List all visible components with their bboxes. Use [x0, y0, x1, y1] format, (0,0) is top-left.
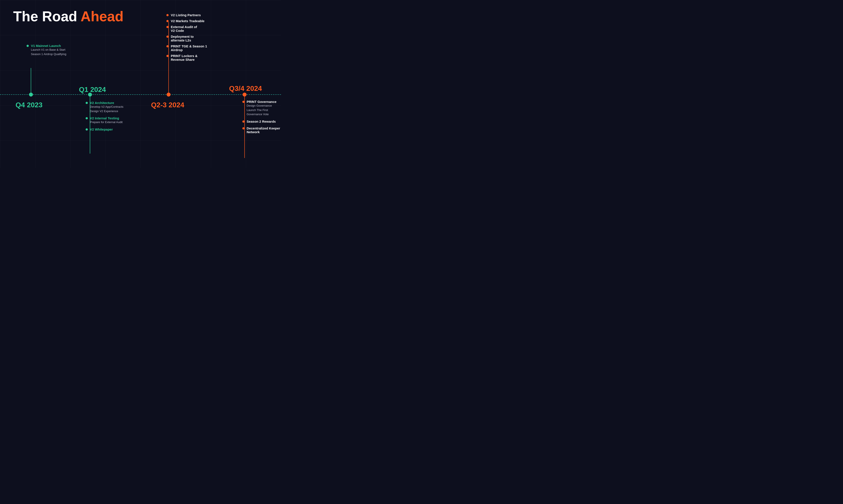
- item-title: V2 Markets Tradeable: [171, 19, 205, 23]
- period-label-q3-4-2024: Q3/4 2024: [229, 85, 262, 93]
- content-q4-2023-above: V1 Mainnet Launch Launch V1 on Base & St…: [27, 44, 75, 56]
- item-title: V2 Internal Testing: [90, 116, 123, 120]
- bullet-icon: [166, 36, 169, 38]
- bullet-icon: [166, 14, 169, 16]
- node-q1-2024: [88, 93, 92, 96]
- bullet-icon: [242, 121, 245, 123]
- list-item: Season 2 Rewards: [242, 120, 281, 123]
- item-title: V2 Whitepaper: [90, 127, 113, 131]
- bullet-icon: [166, 55, 169, 57]
- page-title: The Road Ahead: [13, 9, 124, 24]
- title-part2: Ahead: [81, 8, 124, 24]
- item-text: V2 Whitepaper: [90, 127, 113, 131]
- list-item: V2 Architecture Develop V2 App/Contracts…: [86, 101, 138, 113]
- item-title: External Audit ofV2 Code: [171, 25, 197, 33]
- list-item: V2 Markets Tradeable: [166, 19, 228, 23]
- list-item: Deployment toalternate L2s: [166, 35, 228, 42]
- item-text: V2 Listing Partners: [171, 13, 201, 17]
- bullet-icon: [86, 117, 88, 119]
- list-item: V2 Listing Partners: [166, 13, 228, 17]
- item-text: V2 Architecture Develop V2 App/Contracts…: [90, 101, 123, 113]
- item-title: PRINT Governance: [247, 100, 277, 104]
- content-q3-4-2024-below: PRINT Governance Design GovernanceLaunch…: [242, 100, 281, 134]
- item-title: Season 2 Rewards: [247, 120, 276, 123]
- bullet-icon: [166, 20, 169, 22]
- list-item: V1 Mainnet Launch Launch V1 on Base & St…: [27, 44, 75, 56]
- period-label-q1-2024: Q1 2024: [79, 86, 106, 94]
- item-title: PRINT TGE & Season 1Airdrop: [171, 44, 207, 52]
- item-text: PRINT Lockers &Revenue Share: [171, 54, 197, 61]
- item-title: Decentralized KeeperNetwork: [247, 126, 280, 134]
- item-title: PRINT Lockers &Revenue Share: [171, 54, 197, 61]
- roadmap-container: The Road Ahead Q4 2023 V1 Mainnet Launch…: [0, 0, 281, 168]
- list-item: PRINT TGE & Season 1Airdrop: [166, 44, 228, 52]
- list-item: PRINT Lockers &Revenue Share: [166, 54, 228, 61]
- item-text: External Audit ofV2 Code: [171, 25, 197, 33]
- bullet-icon: [166, 26, 169, 28]
- node-q2-3-2024: [166, 93, 171, 96]
- bullet-icon: [166, 45, 169, 48]
- bullet-icon: [242, 127, 245, 129]
- item-text: V1 Mainnet Launch Launch V1 on Base & St…: [31, 44, 66, 56]
- item-text: PRINT Governance Design GovernanceLaunch…: [247, 100, 277, 116]
- bullet-icon: [86, 102, 88, 104]
- node-q4-2023: [29, 93, 33, 96]
- item-text: V2 Markets Tradeable: [171, 19, 205, 23]
- timeline-line: [0, 94, 281, 95]
- item-title: V2 Architecture: [90, 101, 123, 105]
- content-q1-2024-below: V2 Architecture Develop V2 App/Contracts…: [86, 101, 138, 131]
- bullet-icon: [27, 45, 29, 47]
- item-sub: Launch V1 on Base & StartSeason 1 Airdro…: [31, 48, 66, 56]
- list-item: V2 Internal Testing Prepare for External…: [86, 116, 138, 124]
- period-label-q2-3-2024: Q2-3 2024: [151, 101, 184, 109]
- node-q3-4-2024: [243, 93, 247, 96]
- item-text: Deployment toalternate L2s: [171, 35, 194, 42]
- grid-background: [0, 0, 281, 168]
- vline-q4-2023-up: [31, 68, 31, 94]
- bullet-icon: [242, 101, 245, 103]
- title-part1: The Road: [13, 8, 81, 24]
- list-item: PRINT Governance Design GovernanceLaunch…: [242, 100, 281, 116]
- list-item: External Audit ofV2 Code: [166, 25, 228, 33]
- item-text: Season 2 Rewards: [247, 120, 276, 123]
- list-item: V2 Whitepaper: [86, 127, 138, 131]
- period-label-q4-2023: Q4 2023: [16, 101, 42, 109]
- item-title: V2 Listing Partners: [171, 13, 201, 17]
- bullet-icon: [86, 128, 88, 130]
- item-title: Deployment toalternate L2s: [171, 35, 194, 42]
- list-item: Decentralized KeeperNetwork: [242, 126, 281, 134]
- item-text: Decentralized KeeperNetwork: [247, 126, 280, 134]
- content-q2-3-2024-above: V2 Listing Partners V2 Markets Tradeable…: [166, 13, 228, 61]
- item-text: PRINT TGE & Season 1Airdrop: [171, 44, 207, 52]
- item-text: V2 Internal Testing Prepare for External…: [90, 116, 123, 124]
- item-sub: Prepare for External Audit: [90, 120, 123, 124]
- item-sub: Develop V2 App/ContractsDesign V2 Experi…: [90, 105, 123, 113]
- item-sub: Design GovernanceLaunch The FirstGoverna…: [247, 104, 277, 116]
- item-title: V1 Mainnet Launch: [31, 44, 66, 48]
